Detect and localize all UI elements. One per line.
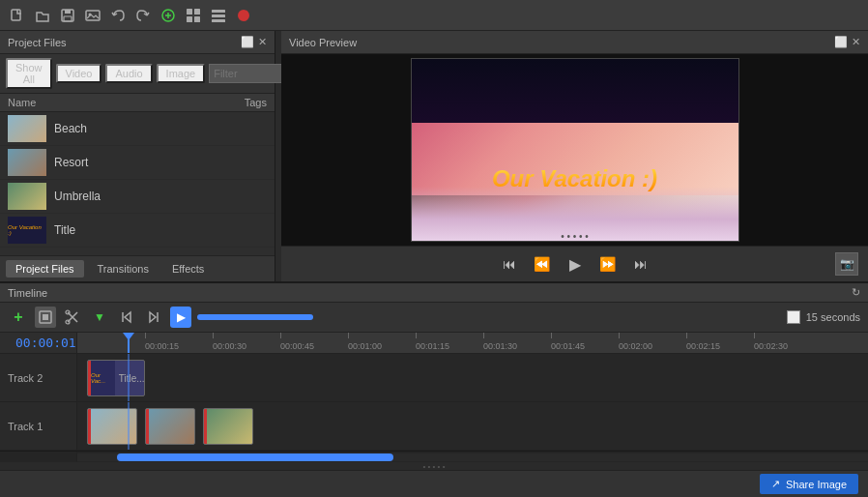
time-marker-4: 00:01:15 xyxy=(416,333,449,353)
svg-rect-16 xyxy=(43,314,48,320)
preview-close-icon[interactable]: ✕ xyxy=(852,36,860,48)
tl-play-preview-button[interactable]: ▶ xyxy=(170,307,191,328)
time-marker-7: 00:02:00 xyxy=(619,333,652,353)
track-1-row: Track 1 xyxy=(0,402,868,451)
file-item-resort[interactable]: Resort xyxy=(0,146,275,180)
play-button[interactable]: ▶ xyxy=(564,252,587,276)
toolbar-icon-redo[interactable] xyxy=(133,6,153,25)
timeline-drag-dots[interactable]: • • • • • xyxy=(0,462,868,470)
toolbar-icon-open[interactable] xyxy=(33,6,52,25)
file-list: Beach Resort Umbrella Our Vacation :) Ti… xyxy=(0,112,275,255)
preview-title: Video Preview xyxy=(289,37,357,48)
svg-rect-4 xyxy=(86,11,100,20)
video-frame: Our Vacation :) xyxy=(411,58,739,242)
tab-image[interactable]: Image xyxy=(157,64,206,83)
toolbar-icon-add[interactable] xyxy=(159,6,178,25)
left-panel: Project Files ⬜ ✕ Show All Video Audio I… xyxy=(0,31,275,281)
bottom-tabs: Project Files Transitions Effects xyxy=(0,255,275,281)
clip2-red-bar xyxy=(146,409,149,444)
track2-playhead xyxy=(128,354,130,401)
toolbar-icon-save[interactable] xyxy=(58,6,77,25)
camera-button[interactable]: 📷 xyxy=(835,252,858,276)
svg-rect-9 xyxy=(187,16,192,22)
timeline-ruler: 00:00:15 00:00:30 00:00:45 00:01:00 00:0… xyxy=(77,333,868,353)
track-2-label: Track 2 xyxy=(0,354,77,401)
toolbar-icon-grid[interactable] xyxy=(184,6,203,25)
bottom-bar: ↗ Share Image xyxy=(0,470,868,497)
preview-resize-dots[interactable]: • • • • • xyxy=(561,231,589,242)
bottom-tab-project-files[interactable]: Project Files xyxy=(6,260,84,278)
file-item-umbrella[interactable]: Umbrella xyxy=(0,180,275,214)
timeline-scroll-thumb xyxy=(117,453,393,461)
video-title-overlay: Our Vacation :) xyxy=(492,165,657,192)
bottom-tab-effects[interactable]: Effects xyxy=(162,260,214,278)
thumb-umbrella xyxy=(8,183,46,210)
seconds-label: 15 seconds xyxy=(806,311,860,323)
time-marker-0: 00:00:15 xyxy=(145,333,179,353)
tl-to-start-button[interactable] xyxy=(116,307,137,328)
track1-playhead xyxy=(128,402,130,450)
file-tabs: Show All Video Audio Image ☰ xyxy=(0,54,275,94)
tab-video[interactable]: Video xyxy=(56,64,102,83)
toolbar-icon-new[interactable] xyxy=(8,6,27,25)
track-clip-beach[interactable] xyxy=(87,408,137,445)
col-name-header: Name xyxy=(8,97,209,108)
step-forward-button[interactable]: ⏩ xyxy=(596,252,620,276)
project-files-header: Project Files ⬜ ✕ xyxy=(0,31,275,54)
tl-dropdown-button[interactable]: ▼ xyxy=(89,307,110,328)
toolbar-icon-list[interactable] xyxy=(209,6,228,25)
timeline-scroll-bar[interactable] xyxy=(77,453,868,461)
time-marker-1: 00:00:30 xyxy=(213,333,246,353)
tl-zoom-slider[interactable] xyxy=(197,314,313,320)
project-files-title: Project Files xyxy=(8,37,67,48)
file-item-title[interactable]: Our Vacation :) Title xyxy=(0,214,275,248)
panel-header-icons: ⬜ ✕ xyxy=(241,36,267,48)
preview-minimize-icon[interactable]: ⬜ xyxy=(834,36,848,48)
file-name-beach: Beach xyxy=(54,122,267,135)
svg-rect-13 xyxy=(212,19,225,22)
toolbar-icon-image[interactable] xyxy=(83,6,102,25)
tl-to-end-button[interactable] xyxy=(143,307,164,328)
svg-rect-8 xyxy=(194,9,200,15)
seconds-box xyxy=(787,310,800,324)
thumb-beach xyxy=(8,115,46,142)
tab-show-all[interactable]: Show All xyxy=(6,58,52,89)
preview-header: Video Preview ⬜ ✕ xyxy=(281,31,868,54)
seconds-indicator: 15 seconds xyxy=(787,310,860,324)
step-back-button[interactable]: ⏪ xyxy=(531,252,554,276)
panel-maximize-icon[interactable]: ✕ xyxy=(258,36,267,48)
track-clip-title[interactable]: Our Vac... Title... xyxy=(87,360,145,396)
timeline-scroll-row xyxy=(0,451,868,462)
clip-red-bar xyxy=(88,361,91,395)
tab-audio[interactable]: Audio xyxy=(105,64,152,83)
toolbar-icon-undo[interactable] xyxy=(108,6,128,25)
file-name-umbrella: Umbrella xyxy=(54,190,267,203)
track-1-content[interactable] xyxy=(77,402,868,450)
skip-back-button[interactable]: ⏮ xyxy=(498,252,521,276)
thumb-title: Our Vacation :) xyxy=(8,217,46,244)
timeline-header: Timeline ↻ xyxy=(0,283,868,303)
panel-minimize-icon[interactable]: ⬜ xyxy=(241,36,254,48)
timeline-title: Timeline xyxy=(8,287,47,299)
clip3-red-bar xyxy=(204,409,207,444)
right-panel: Video Preview ⬜ ✕ Our Vacation :) • • xyxy=(281,31,868,281)
share-image-button[interactable]: ↗ Share Image xyxy=(760,474,858,494)
playhead-triangle xyxy=(123,333,134,340)
svg-rect-0 xyxy=(12,10,20,20)
track-clip-resort[interactable] xyxy=(145,408,195,445)
time-marker-2: 00:00:45 xyxy=(280,333,314,353)
tl-cut-button[interactable] xyxy=(62,307,83,328)
track-2-content[interactable]: Our Vac... Title... xyxy=(77,354,868,401)
track-clip-umbrella[interactable] xyxy=(203,408,253,445)
file-item-beach[interactable]: Beach xyxy=(0,112,275,146)
track-1-label: Track 1 xyxy=(0,402,77,450)
skip-forward-button[interactable]: ⏭ xyxy=(629,252,652,276)
bottom-tab-transitions[interactable]: Transitions xyxy=(88,260,159,278)
tl-snap-button[interactable] xyxy=(35,307,56,328)
file-name-resort: Resort xyxy=(54,156,267,169)
timeline-refresh-icon[interactable]: ↻ xyxy=(852,286,860,299)
track-2-row: Track 2 Our Vac... Title... xyxy=(0,354,868,402)
tl-add-button[interactable]: + xyxy=(8,307,29,328)
share-icon: ↗ xyxy=(771,478,780,490)
toolbar-icon-record[interactable] xyxy=(234,6,253,25)
